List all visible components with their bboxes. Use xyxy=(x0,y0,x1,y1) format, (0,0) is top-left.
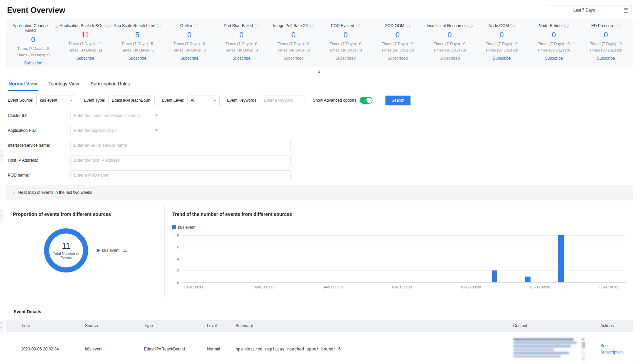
help-icon[interactable] xyxy=(106,24,111,28)
stat-card-30d: Times (30 Days)::0 xyxy=(372,47,424,54)
y-tick: 6 xyxy=(177,245,179,249)
host-ip-input[interactable] xyxy=(71,156,291,165)
help-icon[interactable] xyxy=(255,24,259,28)
donut-caption: Total Number of Events xyxy=(47,251,85,260)
trend-bar xyxy=(525,277,531,282)
advanced-options-label: Show Advanced options xyxy=(313,98,356,103)
x-tick: 03-01 00:00 xyxy=(392,285,412,289)
x-tick: 01-01 00:00 xyxy=(184,285,204,289)
filter-row-application-pid: Application PID: Enter the application p… xyxy=(8,126,631,135)
stat-card-7d: Times (7 Days): :0 xyxy=(372,41,424,47)
event-source-select[interactable]: k8s event xyxy=(36,96,76,105)
subscribe-link[interactable]: Subscribe xyxy=(580,56,632,61)
event-type-input[interactable] xyxy=(108,96,155,105)
heatmap-section-label: Heat map of events in the last two weeks xyxy=(18,190,92,195)
x-tick: 02-01 00:00 xyxy=(254,285,274,289)
stat-card-30d: Times (30 Days)::0 xyxy=(528,47,580,54)
help-icon[interactable] xyxy=(194,24,198,28)
search-button[interactable]: Search xyxy=(385,96,411,105)
scroll-thumb[interactable] xyxy=(582,342,585,348)
help-icon[interactable] xyxy=(55,26,59,31)
help-icon[interactable] xyxy=(468,24,473,28)
chevron-down-icon xyxy=(155,129,158,131)
subscribe-link[interactable]: Subscribe xyxy=(111,56,163,61)
stat-card-7d: Times (7 Days): :0 xyxy=(580,41,632,47)
subscribe-link[interactable]: Subscribe xyxy=(215,56,267,61)
subscribed-label: Subscribed xyxy=(372,56,424,61)
help-icon[interactable] xyxy=(356,24,360,28)
heatmap-section-header[interactable]: Heat map of events in the last two weeks xyxy=(6,185,633,200)
stat-card-count: 0 xyxy=(267,31,320,39)
stat-card-7d: Times (7 Days): :11 xyxy=(59,41,112,47)
help-icon[interactable] xyxy=(616,24,620,28)
subscribe-link[interactable]: Subscribe xyxy=(476,56,528,61)
advanced-options-toggle[interactable] xyxy=(360,97,373,104)
subscribe-link[interactable]: Subscribe xyxy=(163,56,216,61)
context-scrollbar[interactable] xyxy=(581,337,585,361)
trend-panel: Trend of the number of events from diffe… xyxy=(165,205,633,297)
help-icon[interactable] xyxy=(564,24,569,28)
stat-card-title: App Scale Reach Limit xyxy=(114,23,155,28)
date-range-selector[interactable]: Last 7 Days xyxy=(548,5,632,15)
collapse-handle[interactable] xyxy=(0,322,3,333)
charts-row: Proportion of events from different sour… xyxy=(6,205,633,297)
chevron-down-icon xyxy=(214,100,216,101)
filter-row-pod-name: POD name: xyxy=(8,170,631,180)
trend-legend-item[interactable]: k8s event xyxy=(172,225,625,230)
collapse-handle[interactable] xyxy=(0,210,3,221)
interface-service-input[interactable] xyxy=(71,141,291,150)
stat-card-title: Image Pull BackOff xyxy=(273,23,308,28)
pie-legend-item[interactable]: k8s event 11 xyxy=(97,248,127,253)
toggle-knob xyxy=(366,98,372,103)
subscribe-link[interactable]: Subscribe xyxy=(7,61,59,65)
stat-card-count: 0 xyxy=(372,31,424,39)
stat-card-title: Pod Start Failed xyxy=(224,23,253,28)
scroll-down-icon[interactable] xyxy=(582,359,584,360)
scroll-up-icon[interactable] xyxy=(582,338,584,340)
stat-card-7d: Times (7 Days): :0 xyxy=(7,45,59,52)
x-tick: 04-01 00:00 xyxy=(323,285,343,289)
stat-card-insufficient-resources: Insufficient Resources 0 Times (7 Days):… xyxy=(424,23,476,65)
stat-card-count: 0 xyxy=(476,31,528,39)
pod-name-label: POD name: xyxy=(8,173,71,178)
stat-card-count: 0 xyxy=(7,35,59,44)
event-level-value: All xyxy=(191,98,195,103)
help-icon[interactable] xyxy=(309,24,314,28)
help-icon[interactable] xyxy=(511,24,515,28)
event-source-label: Event Source: xyxy=(8,98,33,103)
view-tabs: Normal View Topology View Subscription R… xyxy=(8,78,631,91)
tab-topology-view[interactable]: Topology View xyxy=(48,78,80,91)
tab-subscription-rules[interactable]: Subscription Rules xyxy=(90,78,131,91)
page-title: Event Overview xyxy=(7,6,65,15)
stat-card-application-scale-inout: Application Scale In&Out 11 Times (7 Day… xyxy=(59,23,112,65)
stat-card-count: 0 xyxy=(163,31,216,39)
collapse-handle[interactable] xyxy=(0,150,3,161)
application-pid-select[interactable]: Enter the application pid xyxy=(71,126,161,135)
event-level-select[interactable]: All xyxy=(187,96,220,105)
filter-row-primary: Event Source: k8s event Event Type: Even… xyxy=(8,96,631,105)
event-keywords-input[interactable] xyxy=(261,96,305,105)
chevron-down-icon xyxy=(70,100,73,101)
collapse-double-chevron-icon[interactable]: » xyxy=(317,70,322,73)
subscribe-link[interactable]: Subscribe xyxy=(59,56,112,61)
stat-card-count: 0 xyxy=(319,31,372,39)
help-icon[interactable] xyxy=(157,24,161,28)
subscribe-link[interactable]: Subscribe xyxy=(528,56,580,61)
pie-legend-value: 11 xyxy=(123,248,127,253)
filter-form: Event Source: k8s event Event Type: Even… xyxy=(8,96,631,180)
cell-actions: See Subscription xyxy=(596,332,633,364)
date-range-label: Last 7 Days xyxy=(548,8,620,13)
help-icon[interactable] xyxy=(406,24,411,28)
event-source-value: k8s event xyxy=(40,98,57,103)
stat-card-node-oom: Node OOM 0 Times (7 Days): :0 Times (30 … xyxy=(476,23,528,65)
trend-panel-title: Trend of the number of events from diffe… xyxy=(172,211,625,217)
col-actions: Actions xyxy=(596,320,633,332)
tab-normal-view[interactable]: Normal View xyxy=(8,78,38,91)
pod-name-input[interactable] xyxy=(71,170,291,180)
stat-card-title: POD Evicted xyxy=(331,23,354,28)
see-subscription-link[interactable]: See Subscription xyxy=(600,343,629,356)
cluster-id-select[interactable]: Enter the container service cluster id. xyxy=(71,111,161,120)
stat-card-7d: Times (7 Days): :0 xyxy=(528,41,580,47)
stat-card-count: 0 xyxy=(528,31,580,39)
event-details-title: Event Details xyxy=(6,303,633,320)
